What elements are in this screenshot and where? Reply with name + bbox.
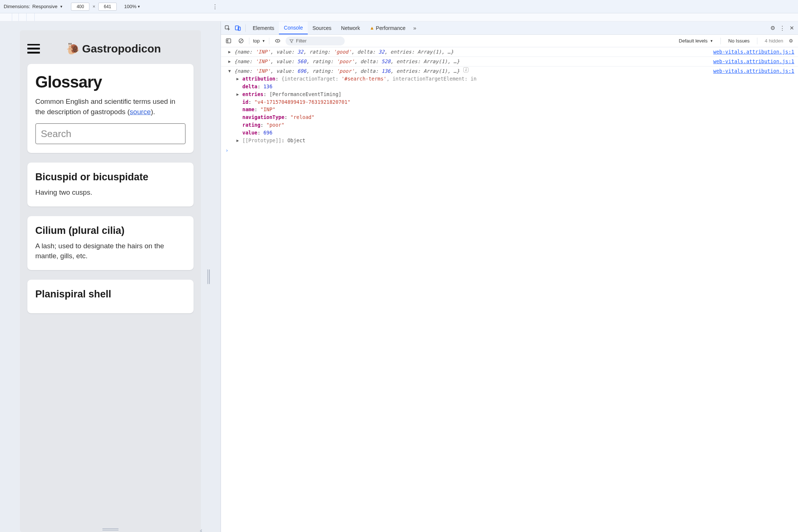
warning-icon: ▲ xyxy=(369,25,374,31)
resize-handle-bottom[interactable] xyxy=(102,528,119,531)
width-input[interactable]: 400 xyxy=(71,3,89,11)
inspect-icon[interactable] xyxy=(222,21,233,34)
source-link[interactable]: source xyxy=(130,108,151,116)
source-file-link[interactable]: web-vitals.attribution.js:1 xyxy=(713,48,794,56)
expand-caret-icon[interactable] xyxy=(228,58,233,65)
device-toggle-icon[interactable] xyxy=(233,21,243,34)
search-input[interactable]: Search xyxy=(35,123,185,144)
filter-input[interactable]: Filter xyxy=(286,37,345,45)
svg-line-6 xyxy=(239,40,242,42)
sidebar-toggle-icon[interactable] xyxy=(224,38,233,44)
dimensions-label: Dimensions: xyxy=(4,4,30,9)
devtools-tabs: Elements Console Sources Network ▲ Perfo… xyxy=(221,21,798,35)
expand-caret-icon[interactable] xyxy=(228,67,233,74)
console-subbar: top▼ Filter Default levels▼ No Issues 4 … xyxy=(221,35,798,47)
tab-performance[interactable]: ▲ Performance xyxy=(365,21,410,34)
glossary-lead: Common English and scientific terms used… xyxy=(35,96,185,117)
term-title: Bicuspid or bicuspidate xyxy=(35,171,185,183)
glossary-card: Glossary Common English and scientific t… xyxy=(27,64,194,153)
term-title: Cilium (plural cilia) xyxy=(35,225,185,236)
kebab-icon[interactable]: ⋮ xyxy=(777,25,787,31)
expand-caret-icon[interactable] xyxy=(228,48,233,55)
console-settings-icon[interactable]: ⚙ xyxy=(787,38,795,44)
console-prompt[interactable]: › xyxy=(221,145,798,156)
height-input[interactable]: 641 xyxy=(98,3,117,11)
clear-console-icon[interactable] xyxy=(236,38,245,44)
rulers xyxy=(0,13,798,21)
hamburger-icon[interactable] xyxy=(27,44,40,54)
tab-network[interactable]: Network xyxy=(336,21,365,34)
console-entry[interactable]: web-vitals.attribution.js:1 {name: 'INP'… xyxy=(221,66,798,145)
live-expression-icon[interactable] xyxy=(273,38,282,44)
info-icon[interactable]: i xyxy=(463,67,468,72)
toolbar-kebab-icon[interactable] xyxy=(211,0,219,13)
term-card: Cilium (plural cilia) A lash; used to de… xyxy=(27,216,194,270)
gear-icon[interactable]: ⚙ xyxy=(768,25,777,31)
console-body: web-vitals.attribution.js:1 {name: 'INP'… xyxy=(221,47,798,532)
x-separator: × xyxy=(92,4,96,9)
svg-point-8 xyxy=(277,40,278,41)
brand: 🐌 Gastropodicon xyxy=(66,42,161,55)
source-file-link[interactable]: web-vitals.attribution.js:1 xyxy=(713,67,794,75)
no-issues-label: No Issues xyxy=(728,38,750,44)
device-select[interactable]: Responsive▼ xyxy=(33,4,63,9)
tab-sources[interactable]: Sources xyxy=(308,21,336,34)
resize-handle-corner[interactable] xyxy=(197,526,202,531)
console-entry[interactable]: web-vitals.attribution.js:1 {name: 'INP'… xyxy=(221,57,798,66)
term-card: Planispiral shell xyxy=(27,280,194,313)
resize-handle-right[interactable] xyxy=(207,269,210,284)
term-title: Planispiral shell xyxy=(35,289,185,300)
page-title: Glossary xyxy=(35,73,185,91)
close-icon[interactable]: ✕ xyxy=(787,25,797,31)
tab-console[interactable]: Console xyxy=(279,21,307,34)
more-tabs-icon[interactable]: » xyxy=(410,25,419,31)
device-toolbar: Dimensions: Responsive▼ 400 × 641 100%▼ xyxy=(0,0,798,13)
snail-icon: 🐌 xyxy=(66,42,80,55)
context-select[interactable]: top▼ xyxy=(253,38,265,44)
source-file-link[interactable]: web-vitals.attribution.js:1 xyxy=(713,58,794,65)
hidden-count[interactable]: 4 hidden xyxy=(765,38,783,44)
term-card: Bicuspid or bicuspidate Having two cusps… xyxy=(27,163,194,207)
tab-elements[interactable]: Elements xyxy=(248,21,279,34)
levels-select[interactable]: Default levels▼ xyxy=(679,38,713,44)
term-def: Having two cusps. xyxy=(35,187,185,198)
preview-pane: 🐌 Gastropodicon Glossary Common English … xyxy=(0,21,221,532)
zoom-select[interactable]: 100%▼ xyxy=(124,4,140,9)
viewport: 🐌 Gastropodicon Glossary Common English … xyxy=(20,30,201,532)
term-def: A lash; used to designate the hairs on t… xyxy=(35,241,185,261)
devtools-pane: Elements Console Sources Network ▲ Perfo… xyxy=(221,21,798,532)
console-entry[interactable]: web-vitals.attribution.js:1 {name: 'INP'… xyxy=(221,47,798,57)
